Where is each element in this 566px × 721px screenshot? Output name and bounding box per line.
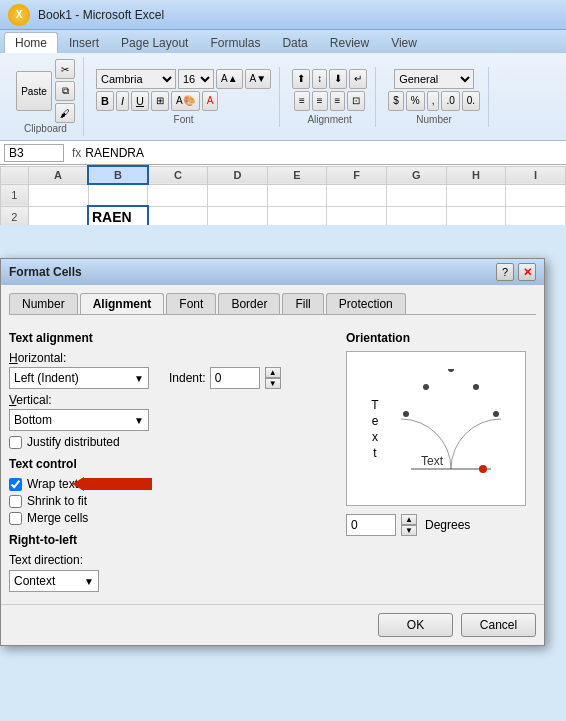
ribbon-content: Paste ✂ ⧉ 🖌 Clipboard Cambria 16 <box>0 53 566 140</box>
cell-a2[interactable] <box>28 206 88 225</box>
tab-home[interactable]: Home <box>4 32 58 53</box>
tab-number[interactable]: Number <box>9 293 78 314</box>
tab-protection[interactable]: Protection <box>326 293 406 314</box>
vertical-rest: ertical: <box>16 393 51 407</box>
justify-distributed-row: Justify distributed <box>9 435 336 449</box>
align-middle-button[interactable]: ↕ <box>312 69 327 89</box>
percent-button[interactable]: % <box>406 91 425 111</box>
cell-g2[interactable] <box>386 206 446 225</box>
cell-d2[interactable] <box>208 206 268 225</box>
align-bottom-button[interactable]: ⬇ <box>329 69 347 89</box>
font-size-select[interactable]: 16 <box>178 69 214 89</box>
border-button[interactable]: ⊞ <box>151 91 169 111</box>
copy-button[interactable]: ⧉ <box>55 81 75 101</box>
cell-b1[interactable] <box>88 184 148 206</box>
font-group-label: Font <box>174 114 194 125</box>
decrease-decimal-button[interactable]: 0. <box>462 91 480 111</box>
cut-button[interactable]: ✂ <box>55 59 75 79</box>
merge-center-button[interactable]: ⊡ <box>347 91 365 111</box>
justify-distributed-checkbox[interactable] <box>9 436 22 449</box>
text-direction-select[interactable]: Context ▼ <box>9 570 99 592</box>
dialog-left: Text alignment Horizontal: Left (Indent)… <box>9 323 336 592</box>
shrink-to-fit-checkbox[interactable] <box>9 495 22 508</box>
increase-font-button[interactable]: A▲ <box>216 69 243 89</box>
cell-c2[interactable] <box>148 206 208 225</box>
align-center-button[interactable]: ≡ <box>312 91 328 111</box>
font-color-button[interactable]: A <box>202 91 219 111</box>
col-header-e[interactable]: E <box>267 166 327 184</box>
col-header-i[interactable]: I <box>506 166 566 184</box>
col-header-a[interactable]: A <box>28 166 88 184</box>
indent-down-button[interactable]: ▼ <box>265 378 281 389</box>
cell-d1[interactable] <box>208 184 268 206</box>
degrees-input[interactable] <box>346 514 396 536</box>
tab-alignment[interactable]: Alignment <box>80 293 165 314</box>
cell-h1[interactable] <box>446 184 506 206</box>
help-button[interactable]: ? <box>496 263 514 281</box>
tab-fill[interactable]: Fill <box>282 293 323 314</box>
tab-font[interactable]: Font <box>166 293 216 314</box>
cell-f1[interactable] <box>327 184 387 206</box>
cell-i1[interactable] <box>506 184 566 206</box>
fill-color-button[interactable]: A🎨 <box>171 91 200 111</box>
col-header-c[interactable]: C <box>148 166 208 184</box>
window-title: Book1 - Microsoft Excel <box>38 8 558 22</box>
bold-button[interactable]: B <box>96 91 114 111</box>
currency-button[interactable]: $ <box>388 91 404 111</box>
ribbon: Home Insert Page Layout Formulas Data Re… <box>0 30 566 141</box>
format-painter-button[interactable]: 🖌 <box>55 103 75 123</box>
tab-page-layout[interactable]: Page Layout <box>110 32 199 53</box>
dialog-title: Format Cells <box>9 265 82 279</box>
tab-data[interactable]: Data <box>271 32 318 53</box>
cell-e1[interactable] <box>267 184 327 206</box>
indent-field[interactable]: 0 <box>210 367 260 389</box>
text-control-title: Text control <box>9 457 336 471</box>
cell-h2[interactable] <box>446 206 506 225</box>
number-format-select[interactable]: General <box>394 69 474 89</box>
col-header-f[interactable]: F <box>327 166 387 184</box>
indent-up-button[interactable]: ▲ <box>265 367 281 378</box>
align-left-button[interactable]: ≡ <box>294 91 310 111</box>
dialog-right: Orientation T e x t <box>346 323 536 592</box>
comma-button[interactable]: , <box>427 91 440 111</box>
cell-i2[interactable] <box>506 206 566 225</box>
close-button[interactable]: ✕ <box>518 263 536 281</box>
cancel-button[interactable]: Cancel <box>461 613 536 637</box>
tab-formulas[interactable]: Formulas <box>199 32 271 53</box>
tab-review[interactable]: Review <box>319 32 380 53</box>
wrap-text-ribbon-button[interactable]: ↵ <box>349 69 367 89</box>
align-right-button[interactable]: ≡ <box>330 91 346 111</box>
cell-c1[interactable] <box>148 184 208 206</box>
degrees-down-button[interactable]: ▼ <box>401 525 417 536</box>
degrees-up-button[interactable]: ▲ <box>401 514 417 525</box>
cell-f2[interactable] <box>327 206 387 225</box>
cell-reference[interactable] <box>4 144 64 162</box>
cell-e2[interactable] <box>267 206 327 225</box>
tab-insert[interactable]: Insert <box>58 32 110 53</box>
col-header-h[interactable]: H <box>446 166 506 184</box>
vertical-select[interactable]: Bottom ▼ <box>9 409 149 431</box>
cell-b2[interactable]: RAEN <box>88 206 148 225</box>
vertical-value: Bottom <box>14 413 52 427</box>
cell-g1[interactable] <box>386 184 446 206</box>
horizontal-select[interactable]: Left (Indent) ▼ <box>9 367 149 389</box>
merge-cells-checkbox[interactable] <box>9 512 22 525</box>
ok-button[interactable]: OK <box>378 613 453 637</box>
orient-dot-upper-left <box>423 384 429 390</box>
row-header-1: 1 <box>1 184 29 206</box>
italic-button[interactable]: I <box>116 91 129 111</box>
decrease-font-button[interactable]: A▼ <box>245 69 272 89</box>
col-header-d[interactable]: D <box>208 166 268 184</box>
tab-view[interactable]: View <box>380 32 428 53</box>
font-family-select[interactable]: Cambria <box>96 69 176 89</box>
align-top-button[interactable]: ⬆ <box>292 69 310 89</box>
wrap-text-checkbox[interactable] <box>9 478 22 491</box>
underline-button[interactable]: U <box>131 91 149 111</box>
cell-a1[interactable] <box>28 184 88 206</box>
tab-border[interactable]: Border <box>218 293 280 314</box>
increase-decimal-button[interactable]: .0 <box>441 91 459 111</box>
col-header-b[interactable]: B <box>88 166 148 184</box>
col-header-g[interactable]: G <box>386 166 446 184</box>
paste-button[interactable]: Paste <box>16 71 52 111</box>
formula-input[interactable] <box>85 146 562 160</box>
